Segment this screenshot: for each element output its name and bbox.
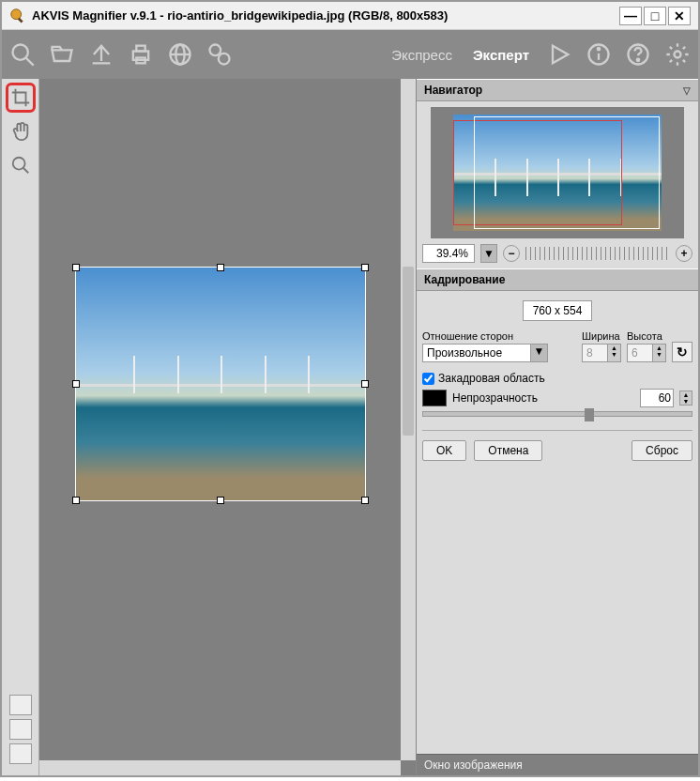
opacity-input[interactable]	[640, 389, 674, 407]
ratio-label: Отношение сторон	[422, 330, 576, 342]
help-icon[interactable]	[621, 38, 655, 71]
right-panel: Навигатор ▽ 39.4% ▼ −	[417, 79, 698, 775]
crop-handle-w[interactable]	[72, 380, 80, 388]
zoom-out-button[interactable]: −	[503, 245, 520, 262]
scrollbar-thumb[interactable]	[403, 267, 414, 436]
collapse-icon[interactable]: ▽	[683, 85, 691, 96]
save-icon[interactable]	[84, 38, 118, 71]
svg-line-3	[26, 58, 34, 66]
settings-gears-icon[interactable]	[203, 38, 236, 71]
opacity-label: Непрозрачность	[452, 391, 538, 405]
app-window: AKVIS Magnifier v.9.1 - rio-antirio_brid…	[0, 0, 700, 777]
hand-tool[interactable]	[6, 116, 36, 146]
reset-button[interactable]: Сброс	[632, 440, 692, 461]
crop-handle-e[interactable]	[361, 380, 369, 388]
height-label: Высота	[627, 330, 666, 342]
height-input[interactable]	[627, 344, 653, 362]
ok-button[interactable]: OK	[422, 440, 466, 461]
navigator-body: 39.4% ▼ − +	[417, 101, 698, 268]
content-area: Навигатор ▽ 39.4% ▼ −	[2, 79, 698, 775]
zoom-slider[interactable]	[525, 247, 670, 260]
ratio-dropdown[interactable]: ▼	[422, 344, 576, 362]
svg-point-11	[219, 54, 230, 65]
chevron-down-icon[interactable]: ▼	[531, 344, 548, 362]
offscreen-label: Закадровая область	[438, 372, 545, 385]
web-icon[interactable]	[163, 38, 197, 71]
crop-body: 760 x 554 Отношение сторон ▼ Ширина	[417, 291, 698, 467]
status-bar: Окно изображения	[417, 754, 698, 775]
crop-handle-sw[interactable]	[72, 497, 80, 504]
mode-express[interactable]: Экспресс	[384, 47, 460, 63]
zoom-value[interactable]: 39.4%	[422, 244, 475, 263]
navigator-title: Навигатор	[424, 84, 482, 97]
scrollbar-horizontal[interactable]	[39, 760, 401, 775]
svg-point-18	[12, 158, 24, 170]
crop-handle-s[interactable]	[217, 497, 224, 504]
svg-point-17	[675, 52, 681, 58]
crop-dimensions: 760 x 554	[523, 300, 593, 321]
crop-handle-ne[interactable]	[361, 264, 369, 271]
width-spinner[interactable]: ▲▼	[582, 344, 621, 362]
close-button[interactable]: ✕	[668, 7, 691, 25]
left-toolbar	[2, 79, 39, 775]
crop-handle-se[interactable]	[361, 497, 369, 504]
zoom-in-button[interactable]: +	[676, 245, 692, 262]
svg-point-16	[637, 59, 639, 61]
height-spinner[interactable]: ▲▼	[627, 344, 666, 362]
titlebar: AKVIS Magnifier v.9.1 - rio-antirio_brid…	[2, 2, 698, 30]
gear-icon[interactable]	[661, 38, 694, 71]
status-text: Окно изображения	[424, 758, 523, 772]
view-mode-swatches	[9, 695, 32, 768]
view-mode-3[interactable]	[9, 743, 32, 764]
navigator-viewport-white[interactable]	[474, 116, 660, 229]
navigator-thumbnail[interactable]	[431, 107, 684, 238]
ratio-value[interactable]	[422, 344, 531, 362]
rotate-button[interactable]: ↻	[672, 342, 692, 362]
image-preview[interactable]	[75, 267, 366, 501]
mode-expert[interactable]: Эксперт	[465, 47, 537, 63]
crop-title: Кадрирование	[424, 273, 505, 286]
svg-point-14	[598, 48, 600, 50]
play-icon[interactable]	[542, 38, 576, 71]
svg-line-19	[23, 168, 28, 174]
cancel-button[interactable]: Отмена	[474, 440, 542, 461]
main-toolbar: Экспресс Эксперт	[2, 30, 698, 79]
slider-thumb[interactable]	[585, 408, 594, 421]
crop-handle-nw[interactable]	[72, 264, 80, 271]
opacity-slider[interactable]	[422, 411, 692, 417]
svg-point-2	[13, 45, 28, 60]
zoom-controls: 39.4% ▼ − +	[422, 244, 692, 263]
offscreen-checkbox[interactable]	[422, 373, 434, 385]
canvas[interactable]	[39, 79, 417, 775]
opacity-color-swatch[interactable]	[422, 390, 447, 406]
view-mode-1[interactable]	[9, 695, 32, 715]
scrollbar-vertical[interactable]	[401, 79, 416, 760]
search-icon[interactable]	[6, 38, 39, 71]
info-icon[interactable]	[582, 38, 616, 71]
window-title: AKVIS Magnifier v.9.1 - rio-antirio_brid…	[32, 8, 619, 23]
crop-selection[interactable]	[75, 267, 366, 501]
view-mode-2[interactable]	[9, 719, 32, 740]
navigator-header[interactable]: Навигатор ▽	[417, 79, 698, 101]
crop-tool[interactable]	[6, 83, 36, 113]
open-icon[interactable]	[45, 38, 79, 71]
minimize-button[interactable]: —	[619, 7, 642, 25]
crop-header[interactable]: Кадрирование	[417, 268, 698, 291]
print-icon[interactable]	[124, 38, 158, 71]
zoom-dropdown[interactable]: ▼	[480, 244, 497, 263]
app-icon	[9, 8, 26, 24]
svg-rect-5	[136, 46, 145, 52]
width-input[interactable]	[582, 344, 608, 362]
maximize-button[interactable]: □	[644, 7, 666, 25]
window-controls: — □ ✕	[619, 7, 691, 25]
svg-point-10	[210, 45, 221, 56]
crop-handle-n[interactable]	[217, 264, 224, 271]
zoom-tool[interactable]	[6, 150, 36, 180]
width-label: Ширина	[582, 330, 621, 342]
